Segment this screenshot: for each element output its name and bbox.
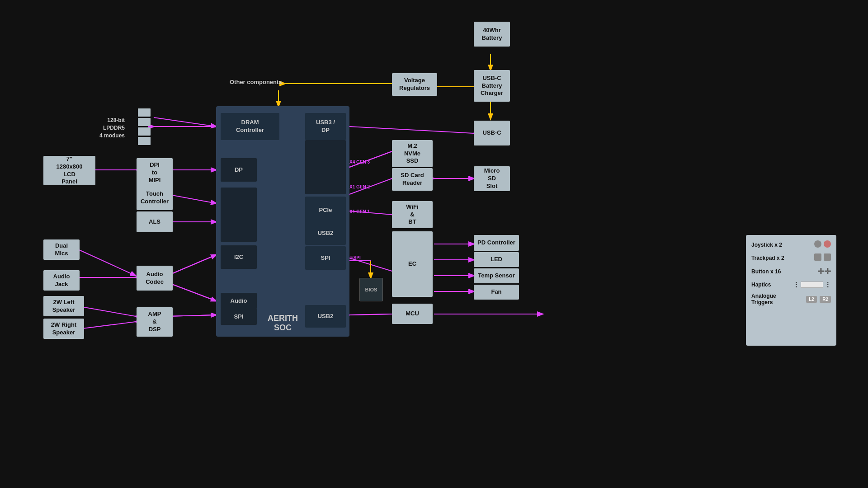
haptics-row: Haptics ⋮ ⋮ [751, 281, 831, 288]
l2-trigger-btn: L2 [806, 296, 817, 303]
lpddr5-modules [138, 108, 151, 145]
dual-mics-block: DualMics [43, 239, 80, 260]
r2-trigger-btn: R2 [820, 296, 831, 303]
svg-line-10 [167, 282, 216, 301]
dp-block: DP [221, 158, 257, 182]
x4-gen3-label: X4 GEN 3 [349, 160, 370, 164]
dpi-mipi-block: DPItoMIPI [137, 158, 173, 188]
voltage-reg-block: VoltageRegulators [392, 73, 437, 96]
mcu-block: MCU [392, 304, 433, 324]
dram-controller-block: DRAMController [221, 113, 279, 140]
bios-block: BIOS [359, 278, 383, 301]
button-row: Button x 16 ✛✛ [751, 267, 831, 277]
haptics-bar: ⋮ ⋮ [793, 281, 831, 288]
temp-sensor-block: Temp Sensor [474, 268, 519, 283]
fan-block: Fan [474, 285, 519, 300]
soc-inner-block1 [221, 188, 257, 242]
svg-line-7 [167, 255, 216, 276]
battery-block: 40WhrBattery [474, 22, 510, 47]
lpddr5-label: 128-bitLPDDR54 modues [99, 117, 125, 139]
joystick-row: Joystick x 2 [751, 240, 831, 249]
m2-nvme-block: M.2NVMeSSD [392, 140, 433, 167]
wifi-bt-block: WiFi&BT [392, 201, 433, 228]
other-components-label: Other components [230, 79, 282, 85]
gamepad-panel: Joystick x 2 Trackpad x 2 Button x 16 ✛✛… [746, 235, 836, 346]
trackpad-l-icon [814, 253, 821, 261]
trackpad-r-icon [824, 253, 831, 261]
lcd-panel-block: 7"1280x800LCDPanel [43, 156, 95, 185]
haptics-left-icon: ⋮ [793, 281, 799, 288]
svg-line-5 [167, 194, 216, 203]
svg-line-19 [349, 127, 474, 133]
sd-card-block: SD CardReader [392, 168, 433, 191]
analogue-triggers-row: AnalogueTriggers L2 R2 [751, 293, 831, 305]
pd-controller-block: PD Controller [474, 235, 519, 251]
audio-codec-block: AudioCodec [137, 266, 173, 291]
audio-jack-block: AudioJack [43, 270, 80, 291]
pcie-block: PCIe [305, 197, 346, 224]
als-block: ALS [137, 211, 173, 232]
svg-line-18 [167, 315, 216, 316]
haptics-right-icon: ⋮ [825, 281, 831, 288]
x1-gen2-label: X1 GEN 2 [349, 184, 370, 189]
svg-line-8 [167, 255, 216, 276]
svg-line-0 [154, 117, 216, 127]
cross-button-icon: ✛✛ [817, 267, 831, 277]
usbc-charger-block: USB-CBatteryCharger [474, 70, 510, 102]
micro-sd-block: MicroSDSlot [474, 166, 510, 191]
svg-line-9 [167, 282, 216, 301]
spi-left-block: SPI [221, 309, 257, 325]
touch-controller-block: TouchController [137, 185, 173, 210]
svg-line-11 [79, 250, 136, 276]
soc-label: AERITHSOC [268, 314, 298, 333]
i2c-block: I2C [221, 245, 257, 269]
amp-dsp-block: AMP&DSP [137, 307, 173, 337]
trackpad-row: Trackpad x 2 [751, 253, 831, 262]
svg-line-33 [349, 314, 392, 315]
soc-inner-block2 [305, 140, 346, 194]
espi-label: ESPI [350, 255, 361, 260]
usbc-block: USB-C [474, 121, 510, 145]
svg-line-31 [349, 314, 392, 315]
r-button-icon [824, 240, 831, 248]
audio-block: Audio [221, 293, 257, 309]
usb2-right-block: USB2 [305, 221, 346, 245]
diagram: AERITHSOC DRAMController DP I2C Audio SP… [0, 0, 868, 488]
spi-right-block: SPI [305, 246, 346, 270]
left-speaker-block: 2W LeftSpeaker [43, 296, 84, 316]
right-speaker-block: 2W RightSpeaker [43, 319, 84, 339]
usb3-dp-block: USB3 /DP [305, 113, 346, 140]
ec-block: EC [392, 231, 433, 297]
svg-line-17 [167, 315, 216, 316]
haptics-rect-icon [801, 282, 823, 288]
svg-line-16 [79, 322, 136, 329]
led-block: LED [474, 252, 519, 267]
x1-gen1-label: X1 GEN 1 [349, 209, 370, 214]
svg-line-15 [79, 306, 136, 316]
l-button-icon [814, 240, 821, 248]
usb2-bottom-block: USB2 [305, 305, 346, 328]
